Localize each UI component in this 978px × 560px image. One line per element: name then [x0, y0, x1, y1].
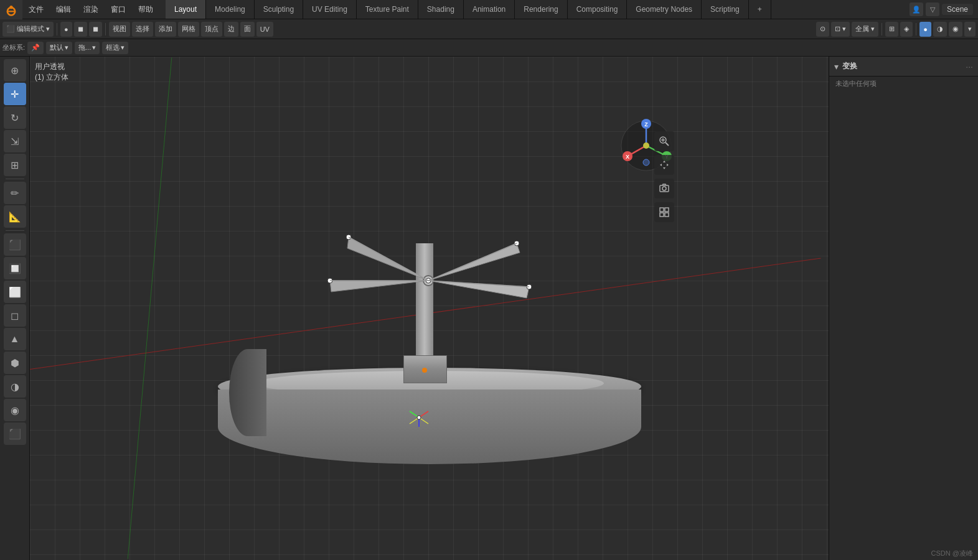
tool-shape1[interactable]: ⬢	[4, 352, 26, 374]
uv-label: UV	[260, 26, 270, 33]
menu-help[interactable]: 帮助	[132, 0, 159, 19]
tab-shading[interactable]: Shading	[418, 0, 464, 19]
tool-scale[interactable]: ⇲	[4, 130, 26, 152]
workspace-tabs: Layout Modeling Sculpting UV Editing Tex…	[166, 0, 910, 19]
pin-btn[interactable]: 📌	[27, 42, 44, 54]
menu-file[interactable]: 文件	[22, 0, 50, 19]
tool-cube2[interactable]: ◻	[4, 304, 26, 327]
tool-rotate[interactable]: ↻	[4, 106, 26, 129]
grid-btn[interactable]	[654, 202, 674, 222]
face-icon: ◼	[93, 25, 98, 33]
no-selection-label: 未选中任何项	[829, 77, 978, 91]
menu-edit[interactable]: 编辑	[50, 0, 77, 19]
view-type-label: 用户透视	[35, 62, 68, 72]
svg-point-34	[643, 159, 649, 166]
material-mode[interactable]: ◑	[933, 22, 947, 37]
tab-texture-paint[interactable]: Texture Paint	[357, 0, 418, 19]
tab-compositing[interactable]: Compositing	[568, 0, 628, 19]
edge-mode-btn[interactable]: ◼	[74, 22, 87, 37]
blender-logo[interactable]	[0, 0, 22, 19]
svg-marker-6	[428, 281, 529, 298]
camera-btn[interactable]	[654, 179, 674, 198]
drag-btn[interactable]: 拖... ▾	[75, 42, 100, 54]
xray-btn[interactable]: ◈	[900, 22, 913, 37]
separator-4	[916, 23, 916, 35]
vertex-menu[interactable]: 顶点	[201, 22, 222, 37]
pan-tool-btn[interactable]	[654, 155, 674, 175]
menu-render[interactable]: 渲染	[77, 0, 105, 19]
tab-layout[interactable]: Layout	[166, 0, 206, 19]
tab-geometry-nodes[interactable]: Geometry Nodes	[627, 0, 702, 19]
face-menu[interactable]: 面	[240, 22, 255, 37]
separator-2	[105, 23, 106, 35]
edge-label: 边	[228, 24, 235, 34]
coords-row: 坐标系: 📌 默认 ▾ 拖... ▾ 框选 ▾	[0, 39, 978, 57]
drag-label: 拖...	[78, 43, 91, 52]
tool-cube-wire[interactable]: ⬜	[4, 281, 26, 303]
tool-transform[interactable]: ⊞	[4, 154, 26, 176]
tool-shape3[interactable]: ⬛	[4, 422, 26, 445]
separator-1	[57, 23, 57, 35]
uv-menu[interactable]: UV	[256, 22, 273, 37]
svg-marker-7	[330, 281, 428, 292]
zoom-tool-btn[interactable]	[654, 131, 674, 151]
tool-add-cube[interactable]: ⬛	[4, 233, 26, 256]
tool-measure[interactable]: 📐	[4, 205, 26, 228]
tab-sculpting[interactable]: Sculpting	[255, 0, 303, 19]
transform-expand-icon[interactable]: ▾	[834, 62, 839, 72]
add-menu[interactable]: 添加	[155, 22, 176, 37]
tool-sphere[interactable]: ◉	[4, 399, 26, 421]
transform-panel-title: 变换	[842, 61, 962, 72]
tab-uv-editing[interactable]: UV Editing	[303, 0, 357, 19]
edge-menu[interactable]: 边	[224, 22, 238, 37]
right-panel: ▾ 变换 ··· 未选中任何项	[829, 57, 978, 560]
rendered-mode[interactable]: ◉	[949, 22, 962, 37]
viewport-settings[interactable]: ▾	[964, 22, 976, 37]
tool-cone[interactable]: ▲	[4, 328, 26, 350]
user-icon-btn[interactable]: 👤	[910, 2, 923, 16]
tool-cube-solid[interactable]: 🔲	[4, 257, 26, 279]
triangle-icon-btn[interactable]: ▽	[926, 2, 939, 16]
tab-add[interactable]: +	[749, 0, 771, 19]
vertex-label: 顶点	[205, 24, 219, 34]
tab-scripting[interactable]: Scripting	[702, 0, 749, 19]
viewport-3d[interactable]: 用户透视 (1) 立方体	[30, 57, 829, 560]
tab-animation[interactable]: Animation	[464, 0, 515, 19]
default-btn[interactable]: 默认 ▾	[46, 42, 72, 54]
proportional-edit[interactable]: ⊙	[816, 22, 829, 37]
solid-mode[interactable]: ●	[919, 22, 931, 37]
tool-move[interactable]: ✛	[4, 83, 26, 105]
menu-window[interactable]: 窗口	[105, 0, 132, 19]
snap-arrow: ▾	[842, 25, 846, 33]
mesh-menu[interactable]: 网格	[178, 22, 199, 37]
pivot-dot	[422, 368, 427, 373]
default-label: 默认	[50, 43, 63, 52]
coords-label: 坐标系:	[2, 43, 25, 52]
tab-rendering[interactable]: Rendering	[515, 0, 567, 19]
scene-label: Scene	[942, 4, 973, 15]
top-menu-bar: 文件 编辑 渲染 窗口 帮助 Layout Modeling Sculpting…	[0, 0, 978, 19]
tab-modeling[interactable]: Modeling	[206, 0, 255, 19]
tool-annotate[interactable]: ✏	[4, 182, 26, 204]
tool-shape2[interactable]: ◑	[4, 375, 26, 398]
panel-options-btn[interactable]: ···	[966, 62, 973, 72]
tool-cursor[interactable]: ⊕	[4, 59, 26, 82]
mode-selector[interactable]: ⬛ 编辑模式 ▾	[2, 22, 54, 37]
viewport-overlay-tools	[654, 131, 674, 222]
left-sep-2	[6, 230, 24, 231]
svg-point-40	[662, 187, 666, 190]
toolbar-row: ⬛ 编辑模式 ▾ ● ◼ ◼ 视图 选择 添加 网格 顶点 边 面 UV ⊙ ⊡…	[0, 19, 978, 39]
dropdown-arrow: ▾	[46, 25, 50, 33]
overlay-btn[interactable]: ⊞	[885, 22, 898, 37]
select-label: 选择	[136, 24, 149, 34]
svg-line-36	[665, 142, 669, 146]
vert-mode-btn[interactable]: ●	[60, 22, 72, 37]
box-select-btn[interactable]: 框选 ▾	[102, 42, 128, 54]
select-menu[interactable]: 选择	[132, 22, 153, 37]
snap-btn[interactable]: ⊡ ▾	[831, 22, 850, 37]
svg-text:Z: Z	[644, 121, 648, 128]
view-menu[interactable]: 视图	[109, 22, 130, 37]
face-mode-btn[interactable]: ◼	[89, 22, 102, 37]
global-select[interactable]: 全属 ▾	[852, 22, 878, 37]
file-menu-group: 文件 编辑 渲染 窗口 帮助	[22, 0, 159, 19]
